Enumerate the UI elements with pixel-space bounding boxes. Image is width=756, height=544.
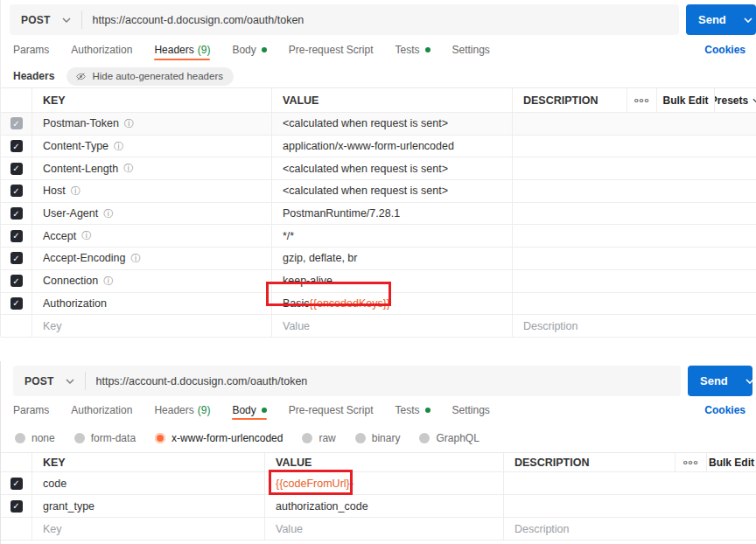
tab-authorization[interactable]: Authorization [71, 35, 132, 65]
cookies-link[interactable]: Cookies [704, 404, 747, 416]
row-checkbox[interactable]: ✓ [10, 140, 23, 152]
key-cell[interactable]: Connectionⓘ [32, 270, 272, 292]
key-cell[interactable]: grant_type [32, 495, 265, 517]
key-cell[interactable]: Authorization [32, 293, 272, 315]
chevron-down-icon[interactable] [66, 379, 74, 384]
url-bar[interactable]: POST https://account-d.docusign.com/oaut… [13, 366, 681, 396]
info-icon: ⓘ [103, 275, 113, 288]
hide-autogenerated-headers-button[interactable]: Hide auto-generated headers [66, 67, 234, 86]
description-cell[interactable] [513, 136, 756, 157]
bulk-edit-button[interactable]: Bulk Edit [707, 453, 756, 471]
description-cell[interactable] [513, 113, 756, 135]
value-cell[interactable]: <calculated when request is sent> [272, 113, 513, 135]
description-cell[interactable] [513, 293, 756, 315]
value-cell[interactable]: keep-alive [272, 270, 513, 292]
tab-body[interactable]: Body [232, 35, 266, 65]
value-cell[interactable]: <calculated when request is sent> [272, 157, 513, 179]
row-checkbox[interactable]: ✓ [10, 275, 23, 287]
row-checkbox[interactable]: ✓ [10, 297, 23, 310]
info-icon: ⓘ [131, 252, 141, 265]
body-mode-raw[interactable]: raw [302, 432, 335, 444]
tab-settings[interactable]: Settings [452, 35, 490, 65]
row-checkbox[interactable]: ✓ [10, 163, 23, 175]
send-button[interactable]: Send [688, 366, 752, 396]
url-input[interactable]: https://account-d.docusign.com/oauth/tok… [82, 14, 304, 26]
key-cell[interactable]: code [32, 472, 265, 494]
body-mode-graphql[interactable]: GraphQL [419, 432, 479, 444]
key-input[interactable]: Key [32, 518, 265, 540]
send-button[interactable]: Send [686, 4, 756, 35]
value-input[interactable]: Value [265, 518, 504, 540]
method-selector[interactable]: POST [10, 14, 62, 26]
value-cell[interactable]: PostmanRuntime/7.28.1 [272, 203, 513, 225]
row-checkbox[interactable]: ✓ [10, 230, 23, 242]
presets-dropdown[interactable]: Presets [715, 88, 756, 112]
body-mode-none[interactable]: none [15, 432, 55, 444]
row-checkbox[interactable]: ✓ [10, 185, 23, 197]
tab-prerequest-script[interactable]: Pre-request Script [289, 396, 374, 424]
value-cell[interactable]: <calculated when request is sent> [272, 180, 513, 202]
row-checkbox[interactable]: ✓ [10, 207, 23, 220]
row-checkbox[interactable]: ✓ [10, 500, 23, 513]
url-bar[interactable]: POST https://account-d.docusign.com/oaut… [10, 4, 679, 35]
tab-params[interactable]: Params [13, 35, 49, 65]
column-description: DESCRIPTION [504, 453, 676, 471]
body-mode-binary[interactable]: binary [355, 432, 401, 444]
column-value: VALUE [265, 453, 504, 471]
chevron-down-icon[interactable] [62, 17, 71, 23]
column-key: KEY [32, 453, 265, 471]
bulk-edit-button[interactable]: Bulk Edit [657, 88, 715, 112]
description-cell[interactable] [513, 270, 756, 292]
tab-headers-label: Headers [154, 404, 193, 416]
key-cell[interactable]: Accept-Encodingⓘ [32, 248, 272, 269]
value-cell[interactable]: {{codeFromUrl}} [265, 472, 504, 494]
url-input[interactable]: https://account-d.docusign.com/oauth/tok… [86, 375, 307, 387]
request-panel-body: POST https://account-d.docusign.com/oaut… [0, 361, 756, 544]
description-cell[interactable] [513, 225, 756, 247]
key-cell[interactable]: Content-Typeⓘ [32, 136, 272, 157]
description-cell[interactable] [513, 157, 756, 179]
tab-body[interactable]: Body [232, 396, 266, 424]
value-cell[interactable]: Basic {{encodedKeys}} [272, 293, 513, 315]
body-mode-x-www-form-urlencoded[interactable]: x-www-form-urlencoded [155, 432, 283, 444]
description-cell[interactable] [504, 495, 756, 517]
row-checkbox[interactable]: ✓ [10, 478, 23, 490]
description-cell[interactable] [513, 180, 756, 202]
key-cell[interactable]: Postman-Tokenⓘ [32, 113, 272, 135]
description-cell[interactable] [504, 472, 756, 494]
description-input[interactable]: Description [513, 315, 756, 337]
value-cell[interactable]: gzip, deflate, br [272, 248, 513, 269]
tab-settings[interactable]: Settings [452, 396, 490, 424]
value-input[interactable]: Value [272, 315, 513, 337]
description-cell[interactable] [513, 248, 756, 269]
key-cell[interactable]: User-Agentⓘ [32, 203, 272, 225]
more-options-icon[interactable]: ooo [676, 453, 707, 471]
cookies-link[interactable]: Cookies [704, 44, 747, 56]
chevron-down-icon[interactable] [738, 379, 756, 384]
tab-prerequest-script[interactable]: Pre-request Script [289, 35, 374, 65]
chevron-down-icon[interactable] [737, 17, 756, 23]
method-selector[interactable]: POST [13, 375, 66, 387]
checkbox-cell [1, 315, 32, 337]
description-cell[interactable] [513, 203, 756, 225]
value-cell[interactable]: authorization_code [265, 495, 504, 517]
headers-count-badge: (9) [198, 404, 211, 416]
tab-authorization[interactable]: Authorization [71, 396, 132, 424]
body-mode-form-data[interactable]: form-data [74, 432, 136, 444]
key-cell[interactable]: Acceptⓘ [32, 225, 272, 247]
value-cell[interactable]: */* [272, 225, 513, 247]
key-cell[interactable]: Content-Lengthⓘ [32, 157, 272, 179]
row-checkbox[interactable]: ✓ [10, 252, 23, 264]
tab-headers[interactable]: Headers (9) [154, 396, 210, 424]
tab-headers[interactable]: Headers (9) [154, 35, 210, 65]
key-input[interactable]: Key [32, 315, 272, 337]
radio-icon [155, 433, 165, 443]
tab-params[interactable]: Params [13, 396, 49, 424]
key-cell[interactable]: Hostⓘ [32, 180, 272, 202]
tab-tests[interactable]: Tests [395, 396, 430, 424]
value-cell[interactable]: application/x-www-form-urlencoded [272, 136, 513, 157]
select-all-cell [1, 88, 32, 112]
tab-tests[interactable]: Tests [395, 35, 430, 65]
description-input[interactable]: Description [504, 518, 756, 540]
more-options-icon[interactable]: ooo [627, 88, 657, 112]
